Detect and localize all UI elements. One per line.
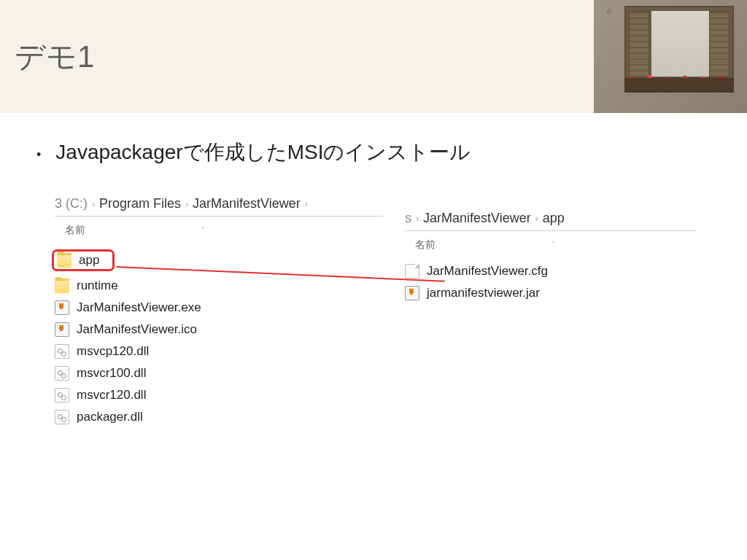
file-item: JarManifestViewer.ico [55, 319, 383, 341]
breadcrumb-seg: JarManifestViewer [193, 196, 301, 211]
file-name: packager.dll [77, 410, 143, 424]
java-icon [405, 286, 419, 300]
chevron-right-icon: › [305, 199, 308, 209]
page-icon [405, 264, 419, 279]
bullet-marker: • [36, 147, 41, 163]
file-item: JarManifestViewer.cfg [405, 260, 697, 282]
sort-caret-icon: ˆ [202, 227, 204, 235]
breadcrumb-right: s › JarManifestViewer › app [405, 206, 697, 231]
dll-icon [55, 388, 69, 402]
file-name: app [79, 253, 99, 268]
dll-icon [55, 344, 69, 359]
file-list-right: JarManifestViewer.cfgjarmanifestviewer.j… [405, 260, 697, 304]
breadcrumb-partial: s [405, 211, 411, 226]
folder-icon [55, 279, 69, 293]
bullet-text: Javapackagerで作成したMSIのインストール [55, 139, 471, 166]
file-name: JarManifestViewer.ico [77, 322, 197, 337]
column-name-label: 名前 [65, 224, 85, 237]
column-name-label: 名前 [415, 238, 436, 252]
breadcrumb-drive: 3 (C:) [55, 196, 88, 211]
file-name: jarmanifestviewer.jar [427, 286, 540, 300]
breadcrumb-seg: Program Files [99, 196, 181, 211]
file-name: runtime [77, 279, 118, 293]
column-header-left: 名前 ˆ [55, 217, 383, 243]
file-item: jarmanifestviewer.jar [405, 282, 697, 304]
file-name: msvcp120.dll [77, 344, 149, 359]
file-list-left: appruntimeJarManifestViewer.exeJarManife… [55, 246, 383, 428]
breadcrumb-left: 3 (C:) › Program Files › JarManifestView… [55, 192, 383, 217]
file-name: JarManifestViewer.exe [77, 300, 201, 315]
explorer-left-panel: 3 (C:) › Program Files › JarManifestView… [55, 192, 383, 428]
chevron-right-icon: › [416, 214, 419, 224]
dll-icon [55, 366, 69, 381]
file-name: msvcr100.dll [77, 366, 146, 381]
file-item: JarManifestViewer.exe [55, 297, 383, 319]
slide-content: • Javapackagerで作成したMSIのインストール 3 (C:) › P… [0, 113, 747, 454]
file-item: runtime [55, 275, 383, 297]
bullet-item: • Javapackagerで作成したMSIのインストール [36, 139, 711, 166]
dll-icon [55, 410, 69, 424]
chevron-right-icon: › [185, 199, 188, 209]
file-name: msvcr120.dll [77, 388, 146, 402]
sort-caret-icon: ˆ [552, 241, 554, 249]
java-icon [55, 300, 69, 315]
breadcrumb-seg: JarManifestViewer [423, 211, 531, 226]
chevron-right-icon: › [535, 214, 538, 224]
slide-title-bar: デモ1 [0, 0, 747, 113]
file-name: JarManifestViewer.cfg [427, 264, 548, 279]
column-header-right: 名前 ˆ [405, 231, 697, 257]
explorer-right-panel: s › JarManifestViewer › app 名前 ˆ JarMani… [405, 206, 697, 428]
folder-icon [57, 253, 71, 268]
breadcrumb-seg: app [543, 211, 565, 226]
decorative-window-photo [594, 0, 747, 113]
chevron-right-icon: › [92, 199, 95, 209]
file-item: msvcr100.dll [55, 362, 383, 384]
slide-title: デモ1 [15, 36, 94, 77]
file-item: msvcp120.dll [55, 341, 383, 362]
java-icon [55, 322, 69, 337]
explorer-screenshots: 3 (C:) › Program Files › JarManifestView… [36, 192, 711, 428]
file-item: packager.dll [55, 406, 383, 428]
file-item: msvcr120.dll [55, 384, 383, 406]
